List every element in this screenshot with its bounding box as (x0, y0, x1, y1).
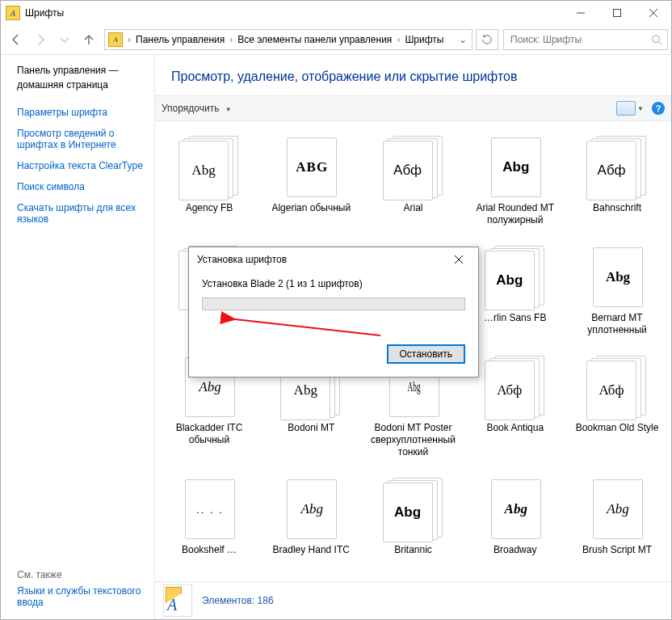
search-box[interactable] (503, 29, 668, 50)
font-item[interactable]: АбфBook Antiqua (472, 356, 558, 458)
toolbar: Упорядочить ▼ ▼ ? (155, 95, 671, 121)
dialog-title: Установка шрифтов (197, 254, 287, 265)
sidebar-link-font-settings[interactable]: Параметры шрифта (17, 107, 148, 118)
font-item[interactable]: Abg…rlin Sans FB (472, 246, 558, 336)
font-label: Brush Script MT (582, 544, 652, 556)
font-label: Bookman Old Style (576, 422, 659, 434)
font-label: Bookshelf … (182, 544, 237, 556)
dialog-close-button[interactable] (447, 251, 470, 268)
forward-button[interactable] (28, 27, 52, 52)
stop-button[interactable]: Остановить (387, 344, 466, 364)
svg-point-5 (653, 36, 660, 43)
font-item[interactable]: AbgBritannic (371, 478, 456, 556)
status-bar: Элементов: 186 (155, 581, 671, 619)
location-icon: A (108, 32, 123, 47)
dialog-message: Установка Blade 2 (1 из 1 шрифтов) (202, 278, 465, 289)
search-input[interactable] (509, 33, 651, 46)
breadcrumb[interactable]: Шрифты (401, 34, 447, 45)
dialog-title-bar: Установка шрифтов (189, 247, 478, 272)
app-icon: A (6, 6, 20, 20)
sidebar-header[interactable]: домашняя страница (17, 79, 148, 91)
minimize-button[interactable] (562, 1, 598, 25)
font-label: Bahnschrift (593, 202, 641, 214)
help-button[interactable]: ? (652, 102, 665, 115)
font-label: Bodoni MT (288, 422, 334, 434)
view-options-button[interactable] (616, 101, 636, 116)
chevron-right-icon: › (395, 34, 401, 45)
font-label: Agency FB (186, 202, 233, 214)
font-item[interactable]: AbgAgency FB (166, 136, 252, 226)
font-label: Book Antiqua (486, 422, 544, 434)
font-label: Bernard MT уплотненный (574, 312, 660, 336)
page-title: Просмотр, удаление, отображение или скры… (155, 55, 671, 95)
font-item[interactable]: AbgBernard MT уплотненный (574, 246, 660, 336)
breadcrumb[interactable]: Все элементы панели управления (234, 34, 395, 45)
font-label: …rlin Sans FB (484, 312, 546, 324)
font-label: Algerian обычный (271, 202, 351, 214)
address-dropdown-icon[interactable]: ⌄ (454, 34, 472, 45)
font-item[interactable]: AbgBrush Script MT (574, 478, 660, 556)
sidebar-header[interactable]: Панель управления — (17, 65, 148, 76)
font-label: Arial (403, 202, 422, 214)
search-icon (651, 34, 662, 45)
up-button[interactable] (77, 27, 101, 52)
font-label: Bodoni MT Poster сверхуплотненный тонкий (371, 422, 456, 458)
sidebar-link-cleartype[interactable]: Настройка текста ClearType (17, 160, 148, 171)
status-text: Элементов: 186 (202, 595, 274, 606)
breadcrumb[interactable]: Панель управления (132, 34, 228, 45)
svg-rect-1 (613, 10, 620, 17)
font-item[interactable]: АбфBahnschrift (574, 136, 660, 226)
sidebar-see-also: См. также (17, 569, 148, 580)
refresh-button[interactable] (476, 29, 498, 50)
address-bar[interactable]: A › Панель управления › Все элементы пан… (104, 29, 472, 50)
sidebar: Панель управления — домашняя страница Па… (1, 55, 154, 619)
install-dialog: Установка шрифтов Установка Blade 2 (1 и… (188, 247, 479, 377)
sidebar-link-download[interactable]: Скачать шрифты для всех языков (17, 202, 148, 225)
font-item[interactable]: АбфBookman Old Style (574, 356, 660, 458)
app-window: A Шрифты A › Панель управления › Все эле… (0, 0, 672, 620)
fonts-folder-icon (163, 584, 192, 617)
font-item[interactable]: АбфArial (371, 136, 456, 226)
maximize-button[interactable] (598, 1, 635, 25)
sidebar-link-charmap[interactable]: Поиск символа (17, 181, 148, 192)
font-item[interactable]: ABGAlgerian обычный (268, 136, 354, 226)
sidebar-link-languages[interactable]: Языки и службы текстового ввода (17, 585, 148, 608)
font-item[interactable]: AbgBroadway (472, 478, 558, 556)
view-dropdown-icon[interactable]: ▼ (637, 105, 644, 112)
recent-dropdown[interactable] (52, 27, 77, 52)
font-item[interactable]: AbgBradley Hand ITC (268, 478, 354, 556)
title-bar: A Шрифты (1, 1, 671, 25)
window-title: Шрифты (25, 7, 64, 19)
font-item[interactable]: AbgArial Rounded MT полужирный (472, 136, 558, 226)
font-label: Arial Rounded MT полужирный (472, 202, 558, 226)
close-button[interactable] (635, 1, 671, 25)
nav-bar: A › Панель управления › Все элементы пан… (1, 25, 671, 55)
svg-line-6 (659, 42, 662, 45)
progress-bar (202, 297, 465, 310)
sidebar-link-font-info[interactable]: Просмотр сведений о шрифтах в Интернете (17, 128, 148, 150)
font-label: Blackadder ITC обычный (166, 422, 252, 446)
organize-button[interactable]: Упорядочить ▼ (162, 103, 232, 114)
back-button[interactable] (4, 27, 28, 52)
font-item[interactable]: .. . .Bookshelf … (166, 478, 252, 556)
font-label: Bradley Hand ITC (273, 544, 350, 556)
chevron-right-icon: › (228, 34, 234, 45)
font-label: Broadway (494, 544, 536, 556)
chevron-right-icon: › (126, 34, 132, 45)
font-label: Britannic (394, 544, 432, 556)
